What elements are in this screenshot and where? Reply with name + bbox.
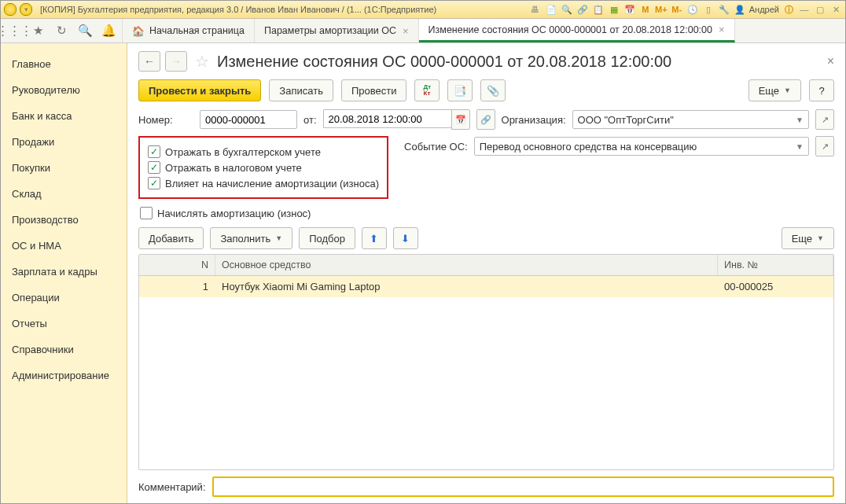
user-name[interactable]: Андрей [749, 5, 779, 14]
tab-amort-params[interactable]: Параметры амортизации ОС × [255, 19, 419, 42]
tab-label: Изменение состояния ОС 0000-000001 от 20… [429, 24, 712, 35]
sidebar-item-warehouse[interactable]: Склад [1, 181, 127, 207]
sidebar-item-reports[interactable]: Отчеты [1, 311, 127, 337]
close-page-icon[interactable]: × [827, 54, 834, 68]
wrench-icon[interactable]: 🔧 [718, 3, 730, 16]
apps-icon[interactable]: ⋮⋮⋮ [7, 24, 21, 38]
sidebar-item-sales[interactable]: Продажи [1, 129, 127, 155]
sidebar-item-manager[interactable]: Руководителю [1, 77, 127, 103]
cell-os: Ноутбук Xiaomi Mi Gaming Laptop [215, 276, 718, 297]
write-button[interactable]: Записать [269, 79, 333, 101]
sidebar-item-admin[interactable]: Администрирование [1, 362, 127, 388]
panel-icon[interactable]: ▯ [702, 3, 715, 16]
user-icon: 👤 [734, 3, 746, 16]
checkbox-unchecked-icon [140, 207, 153, 219]
calendar-button[interactable]: 📅 [451, 109, 470, 130]
comment-input[interactable] [212, 476, 835, 497]
minimize-icon[interactable]: — [798, 3, 811, 16]
dtkt-button[interactable]: ДтКт [414, 79, 440, 101]
nav-forward-button[interactable]: → [165, 51, 187, 72]
history-icon[interactable]: ↻ [54, 24, 68, 38]
check-label: Отражать в налоговом учете [165, 162, 302, 174]
event-select[interactable]: Перевод основного средства на консерваци… [474, 137, 809, 156]
clock-icon[interactable]: 🕓 [686, 3, 699, 16]
fill-label: Заполнить [220, 233, 270, 245]
org-open-button[interactable]: ↗ [815, 109, 834, 130]
calendar-icon[interactable]: 📅 [623, 3, 636, 16]
sidebar-item-bank[interactable]: Банк и касса [1, 103, 127, 129]
check-label: Начислять амортизацию (износ) [157, 208, 311, 219]
org-label: Организация: [502, 114, 566, 126]
check-label: Влияет на начисление амортизации (износа… [165, 178, 379, 189]
page-title: Изменение состояния ОС 0000-000001 от 20… [217, 53, 822, 71]
tab-label: Параметры амортизации ОС [264, 25, 396, 36]
sidebar-item-os-nma[interactable]: ОС и НМА [1, 233, 127, 259]
check-amort-affect[interactable]: ✓Влияет на начисление амортизации (износ… [148, 177, 379, 189]
print2-icon[interactable]: 📄 [545, 3, 557, 16]
tab-home-label: Начальная страница [149, 25, 245, 36]
checkbox-checked-icon: ✓ [148, 177, 160, 189]
table-row[interactable]: 1 Ноутбук Xiaomi Mi Gaming Laptop 00-000… [139, 276, 833, 297]
event-value: Перевод основного средства на консерваци… [480, 141, 697, 153]
fill-button[interactable]: Заполнить▼ [210, 227, 292, 249]
dropdown-icon[interactable]: ▾ [20, 3, 32, 16]
more-list-button[interactable]: Еще▼ [782, 227, 834, 249]
sidebar-item-refs[interactable]: Справочники [1, 337, 127, 362]
more-button[interactable]: Еще▼ [749, 79, 801, 101]
sidebar: Главное Руководителю Банк и касса Продаж… [1, 43, 127, 503]
sidebar-item-operations[interactable]: Операции [1, 285, 127, 311]
calc-icon[interactable]: ▦ [608, 3, 620, 16]
attach-button[interactable]: 📎 [480, 79, 506, 101]
checkbox-checked-icon: ✓ [148, 145, 160, 158]
search-tb-icon[interactable]: 🔍 [561, 3, 573, 16]
clipboard-icon[interactable]: 📋 [592, 3, 605, 16]
print-icon[interactable]: 🖶 [529, 3, 542, 16]
chevron-down-icon: ▼ [796, 142, 804, 151]
org-select[interactable]: ООО "ОптТоргСити" ▼ [572, 110, 809, 129]
close-tab-icon[interactable]: × [719, 24, 725, 35]
help-button[interactable]: ? [809, 79, 834, 101]
col-os-header[interactable]: Основное средство [215, 255, 718, 275]
sidebar-item-purchases[interactable]: Покупки [1, 155, 127, 181]
top-toolbar: ⋮⋮⋮ ★ ↻ 🔍 🔔 🏠 Начальная страница Парамет… [1, 19, 845, 43]
sidebar-item-production[interactable]: Производство [1, 207, 127, 233]
check-amort-calc[interactable]: Начислять амортизацию (износ) [140, 207, 388, 219]
post-button[interactable]: Провести [341, 79, 407, 101]
col-inv-header[interactable]: Инв. № [718, 255, 833, 275]
window-titlebar: ▾ [КОПИЯ] Бухгалтерия предприятия, редак… [1, 1, 845, 19]
sidebar-item-salary[interactable]: Зарплата и кадры [1, 259, 127, 285]
accounting-checks-block: ✓Отражать в бухгалтерском учете ✓Отражат… [138, 136, 388, 199]
select-button[interactable]: Подбор [299, 227, 355, 249]
tab-home[interactable]: 🏠 Начальная страница [123, 19, 255, 42]
nav-back-button[interactable]: ← [138, 51, 160, 72]
assets-table: N Основное средство Инв. № 1 Ноутбук Xia… [138, 254, 834, 470]
link-icon[interactable]: 🔗 [576, 3, 589, 16]
close-tab-icon[interactable]: × [403, 25, 409, 37]
event-open-button[interactable]: ↗ [815, 136, 834, 156]
from-label: от: [303, 114, 317, 126]
check-buh[interactable]: ✓Отражать в бухгалтерском учете [148, 145, 379, 158]
tab-change-state[interactable]: Изменение состояния ОС 0000-000001 от 20… [419, 19, 735, 42]
m-minus-icon[interactable]: M- [671, 3, 683, 16]
link-button[interactable]: 🔗 [476, 109, 495, 130]
favorite-icon[interactable]: ☆ [195, 52, 209, 71]
date-input[interactable] [323, 109, 451, 128]
number-input[interactable] [200, 110, 297, 129]
close-window-icon[interactable]: ✕ [829, 3, 842, 16]
move-down-button[interactable]: ⬇ [393, 227, 418, 249]
search-icon[interactable]: 🔍 [78, 24, 92, 38]
post-and-close-button[interactable]: Провести и закрыть [138, 79, 261, 101]
m-plus-icon[interactable]: M+ [655, 3, 668, 16]
info-icon[interactable]: ⓘ [782, 3, 795, 16]
star-icon[interactable]: ★ [31, 24, 45, 38]
sidebar-item-main[interactable]: Главное [1, 51, 127, 77]
structure-button[interactable]: 📑 [447, 79, 473, 101]
check-label: Отражать в бухгалтерском учете [165, 146, 321, 158]
col-n-header[interactable]: N [139, 255, 215, 275]
bell-icon[interactable]: 🔔 [101, 24, 116, 38]
m-icon[interactable]: M [639, 3, 652, 16]
maximize-icon[interactable]: ▢ [814, 3, 826, 16]
move-up-button[interactable]: ⬆ [362, 227, 387, 249]
add-button[interactable]: Добавить [138, 227, 204, 249]
check-tax[interactable]: ✓Отражать в налоговом учете [148, 161, 379, 174]
